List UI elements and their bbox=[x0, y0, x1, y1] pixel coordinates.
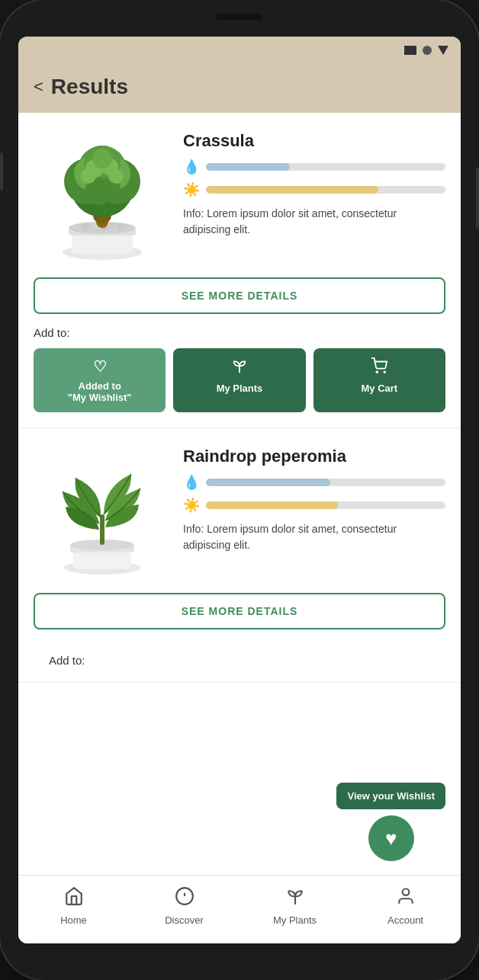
crassula-description: Info: Lorem ipsum dolor sit amet, consec… bbox=[183, 206, 445, 238]
svg-point-33 bbox=[402, 889, 409, 895]
wishlist-btn-label: Added to"My Wishlist" bbox=[68, 380, 132, 403]
raindrop-water-attribute: 💧 bbox=[183, 474, 445, 491]
wishlist-tooltip: View your Wishlist bbox=[336, 783, 445, 809]
see-more-details-btn-crassula[interactable]: SEE MORE DETAILS bbox=[34, 277, 445, 314]
add-buttons-row-crassula: ♡ Added to"My Wishlist" My Plants bbox=[34, 348, 445, 412]
raindrop-sun-bar-fill bbox=[206, 501, 338, 509]
side-button-left bbox=[0, 152, 3, 191]
raindrop-description: Info: Lorem ipsum dolor sit amet, consec… bbox=[183, 521, 445, 553]
nav-item-discover[interactable]: Discover bbox=[129, 886, 240, 926]
mycart-btn-label: My Cart bbox=[361, 383, 397, 394]
nav-item-myplants[interactable]: My Plants bbox=[240, 886, 350, 926]
raindrop-info-row: Raindrop peperomia 💧 ☀️ bbox=[34, 444, 445, 581]
discover-nav-label: Discover bbox=[165, 914, 204, 926]
add-to-label-crassula: Add to: bbox=[34, 326, 445, 339]
wishlist-fab-container: View your Wishlist ♥ bbox=[336, 783, 445, 861]
raindrop-image bbox=[34, 444, 171, 581]
sun-bar-fill bbox=[206, 186, 378, 194]
sun-bar-bg bbox=[206, 186, 445, 194]
svg-point-24 bbox=[108, 168, 124, 184]
raindrop-name: Raindrop peperomia bbox=[183, 447, 445, 466]
plant-icon bbox=[231, 357, 248, 378]
home-nav-label: Home bbox=[60, 914, 87, 926]
svg-point-4 bbox=[82, 223, 89, 230]
page-title: Results bbox=[51, 75, 128, 99]
wifi-icon bbox=[438, 46, 448, 55]
svg-point-8 bbox=[117, 224, 124, 230]
myplants-btn-label: My Plants bbox=[217, 383, 263, 394]
crassula-name: Crassula bbox=[183, 131, 445, 151]
svg-rect-31 bbox=[100, 514, 104, 545]
nav-item-home[interactable]: Home bbox=[18, 886, 129, 926]
discover-icon bbox=[175, 886, 194, 911]
account-nav-label: Account bbox=[387, 914, 423, 926]
crassula-image bbox=[34, 128, 171, 265]
header: < Results bbox=[18, 64, 461, 113]
see-more-details-btn-raindrop[interactable]: SEE MORE DETAILS bbox=[34, 593, 445, 629]
raindrop-water-icon: 💧 bbox=[183, 474, 200, 491]
signal-icon bbox=[423, 46, 432, 55]
raindrop-details: Raindrop peperomia 💧 ☀️ bbox=[183, 444, 445, 581]
raindrop-sun-bar-bg bbox=[206, 501, 445, 509]
add-to-label-raindrop: Add to: bbox=[34, 642, 445, 667]
battery-icon bbox=[404, 46, 416, 55]
wishlist-fab-button[interactable]: ♥ bbox=[368, 815, 414, 861]
svg-point-26 bbox=[384, 371, 386, 373]
cart-icon bbox=[371, 357, 387, 378]
add-to-myplants-btn[interactable]: My Plants bbox=[173, 348, 305, 412]
sun-icon: ☀️ bbox=[183, 181, 200, 198]
myplants-nav-icon bbox=[285, 886, 305, 911]
back-arrow-icon[interactable]: < bbox=[34, 77, 43, 97]
plant-info-row: Crassula 💧 ☀️ bbox=[34, 128, 445, 265]
svg-point-22 bbox=[92, 149, 112, 168]
add-to-cart-btn[interactable]: My Cart bbox=[313, 348, 445, 412]
phone-frame: < Results bbox=[0, 0, 479, 980]
svg-point-25 bbox=[377, 371, 378, 373]
bottom-nav: Home Discover bbox=[18, 875, 461, 943]
heart-icon: ♡ bbox=[93, 357, 107, 376]
water-bar-bg bbox=[206, 163, 445, 171]
home-icon bbox=[64, 886, 84, 911]
main-content: Crassula 💧 ☀️ bbox=[18, 113, 461, 875]
raindrop-sun-icon: ☀️ bbox=[183, 497, 200, 514]
wishlist-heart-icon: ♥ bbox=[385, 827, 397, 850]
svg-point-7 bbox=[110, 223, 116, 229]
plant-card-crassula: Crassula 💧 ☀️ bbox=[18, 113, 461, 428]
nav-item-account[interactable]: Account bbox=[350, 886, 461, 926]
phone-screen: < Results bbox=[18, 37, 461, 943]
plant-card-raindrop: Raindrop peperomia 💧 ☀️ bbox=[18, 428, 461, 683]
camera-notch bbox=[217, 14, 262, 20]
myplants-nav-label: My Plants bbox=[273, 914, 317, 926]
raindrop-water-bar-fill bbox=[206, 479, 330, 486]
crassula-details: Crassula 💧 ☀️ bbox=[183, 128, 445, 265]
raindrop-sun-attribute: ☀️ bbox=[183, 497, 445, 514]
raindrop-water-bar-bg bbox=[206, 479, 445, 486]
side-button-right bbox=[476, 168, 479, 229]
svg-point-23 bbox=[81, 168, 96, 184]
water-icon: 💧 bbox=[183, 159, 200, 175]
sun-attribute: ☀️ bbox=[183, 181, 445, 198]
status-bar bbox=[18, 37, 461, 64]
water-bar-fill bbox=[206, 163, 290, 171]
account-icon bbox=[396, 886, 416, 911]
water-attribute: 💧 bbox=[183, 159, 445, 175]
add-to-wishlist-btn[interactable]: ♡ Added to"My Wishlist" bbox=[34, 348, 166, 412]
